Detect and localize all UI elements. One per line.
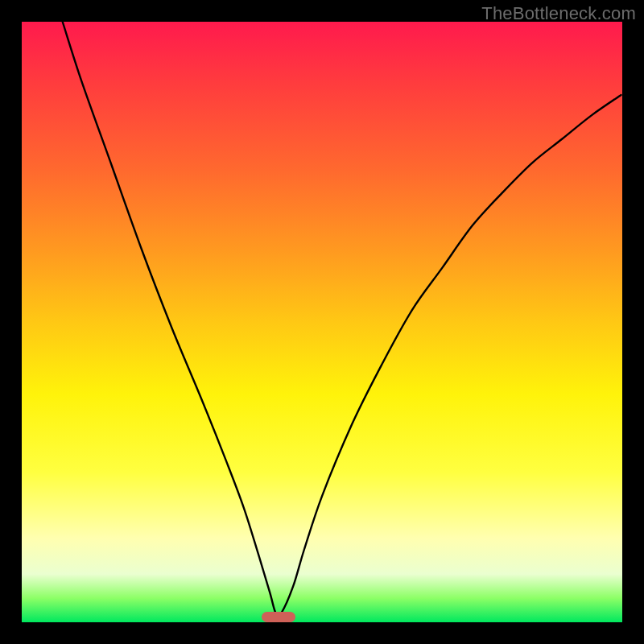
- watermark-text: TheBottleneck.com: [481, 3, 636, 24]
- optimal-marker: [262, 612, 295, 622]
- bottleneck-curve: [22, 22, 622, 622]
- chart-frame: [22, 22, 622, 622]
- curve-path: [63, 22, 621, 617]
